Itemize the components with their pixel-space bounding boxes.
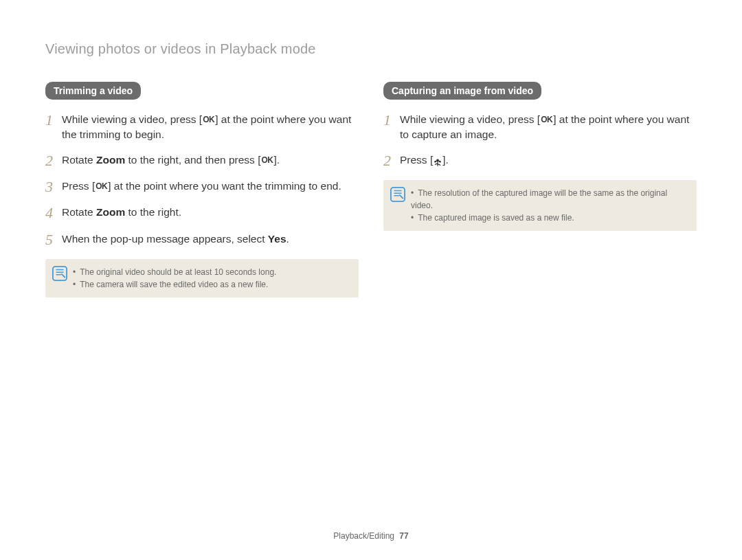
steps-left: 1 While viewing a video, press [OK] at t… <box>45 112 359 248</box>
step-text: While viewing a video, press [OK] at the… <box>400 112 697 143</box>
step-text: Rotate Zoom to the right, and then press… <box>62 153 359 168</box>
note-box-right: The resolution of the captured image wil… <box>383 180 697 231</box>
step-text: When the pop-up message appears, select … <box>62 232 359 247</box>
footer-section: Playback/Editing <box>333 531 394 541</box>
step-number: 5 <box>45 232 62 248</box>
subsection-heading-right: Capturing an image from video <box>383 82 541 100</box>
ok-icon: OK <box>95 181 108 192</box>
two-column-layout: Trimming a video 1 While viewing a video… <box>45 82 697 298</box>
step-number: 1 <box>45 112 62 128</box>
macro-flower-icon <box>433 156 442 166</box>
ok-icon: OK <box>261 155 274 166</box>
step-text: Press [OK] at the point where you want t… <box>62 179 359 194</box>
note-item: The captured image is saved as a new fil… <box>411 212 688 224</box>
page-title: Viewing photos or videos in Playback mod… <box>45 41 697 57</box>
ok-icon: OK <box>202 114 215 126</box>
note-item: The original video should be at least 10… <box>73 266 350 278</box>
right-column: Capturing an image from video 1 While vi… <box>383 82 697 298</box>
note-icon <box>390 187 405 202</box>
step-number: 4 <box>45 205 62 221</box>
step-item: 3 Press [OK] at the point where you want… <box>45 179 359 195</box>
note-item: The resolution of the captured image wil… <box>411 187 688 212</box>
note-list: The original video should be at least 10… <box>73 266 350 291</box>
step-number: 3 <box>45 179 62 195</box>
svg-rect-4 <box>391 188 405 201</box>
step-item: 4 Rotate Zoom to the right. <box>45 205 359 221</box>
step-text: Rotate Zoom to the right. <box>62 205 359 220</box>
note-list: The resolution of the captured image wil… <box>411 187 688 224</box>
manual-page: Viewing photos or videos in Playback mod… <box>0 0 742 560</box>
ok-icon: OK <box>540 114 553 126</box>
note-box-left: The original video should be at least 10… <box>45 259 359 298</box>
step-text: Press []. <box>400 153 697 168</box>
step-number: 2 <box>45 153 62 169</box>
step-item: 5 When the pop-up message appears, selec… <box>45 232 359 248</box>
step-item: 2 Press []. <box>383 153 697 169</box>
left-column: Trimming a video 1 While viewing a video… <box>45 82 359 298</box>
step-item: 2 Rotate Zoom to the right, and then pre… <box>45 153 359 169</box>
note-icon <box>52 266 67 281</box>
step-item: 1 While viewing a video, press [OK] at t… <box>383 112 697 143</box>
footer-page-number: 77 <box>399 531 408 541</box>
step-number: 1 <box>383 112 400 128</box>
svg-rect-0 <box>53 267 67 280</box>
step-number: 2 <box>383 153 400 169</box>
subsection-heading-left: Trimming a video <box>45 82 141 100</box>
step-text: While viewing a video, press [OK] at the… <box>62 112 359 143</box>
steps-right: 1 While viewing a video, press [OK] at t… <box>383 112 697 169</box>
page-footer: Playback/Editing 77 <box>0 531 742 541</box>
note-item: The camera will save the edited video as… <box>73 278 350 291</box>
step-item: 1 While viewing a video, press [OK] at t… <box>45 112 359 143</box>
